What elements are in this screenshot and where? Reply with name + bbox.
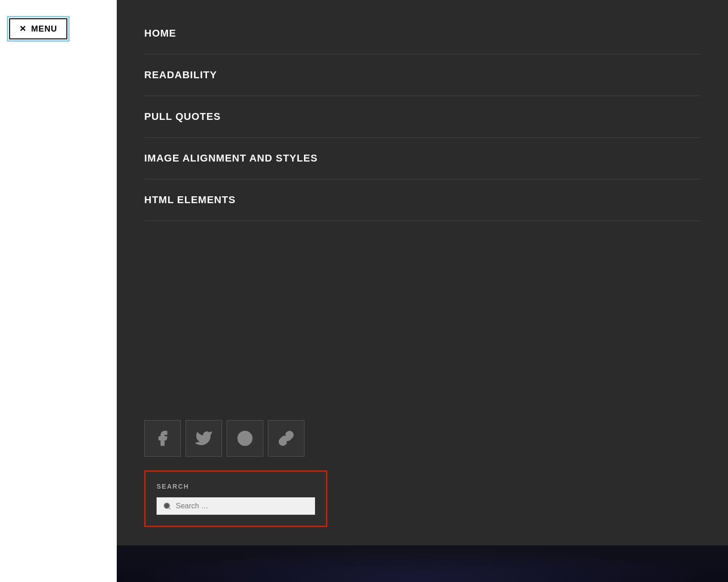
nav-item[interactable]: HOME	[144, 18, 701, 54]
svg-line-2	[168, 507, 170, 509]
nav-item[interactable]: HTML ELEMENTS	[144, 179, 701, 221]
facebook-icon-box[interactable]	[144, 420, 181, 457]
nav-link[interactable]: READABILITY	[144, 69, 217, 81]
search-input-wrapper	[157, 497, 315, 515]
bottom-image	[117, 545, 728, 582]
search-input[interactable]	[176, 502, 309, 510]
nav-item[interactable]: READABILITY	[144, 54, 701, 96]
search-widget-title: SEARCH	[157, 483, 315, 490]
twitter-icon	[196, 430, 212, 447]
nav-link[interactable]: PULL QUOTES	[144, 111, 221, 122]
menu-label: MENU	[31, 24, 57, 34]
nav-link[interactable]: IMAGE ALIGNMENT AND STYLES	[144, 152, 318, 164]
sidebar: ✕ MENU	[0, 0, 117, 582]
dribbble-icon-box[interactable]: svg { fill: none; stroke: #888888; strok…	[227, 420, 263, 457]
link-icon-box[interactable]	[268, 420, 304, 457]
facebook-icon	[154, 430, 171, 447]
nav-link[interactable]: HOME	[144, 27, 176, 39]
search-icon	[163, 502, 171, 510]
link-icon	[278, 430, 294, 447]
dribbble-icon: svg { fill: none; stroke: #888888; strok…	[237, 430, 253, 447]
twitter-icon-box[interactable]	[185, 420, 222, 457]
nav-item[interactable]: PULL QUOTES	[144, 96, 701, 138]
nav-area: HOMEREADABILITYPULL QUOTESIMAGE ALIGNMEN…	[117, 0, 728, 402]
menu-button[interactable]: ✕ MENU	[9, 18, 67, 39]
search-widget: SEARCH	[144, 470, 327, 527]
main-content: HOMEREADABILITYPULL QUOTESIMAGE ALIGNMEN…	[117, 0, 728, 582]
nav-link[interactable]: HTML ELEMENTS	[144, 194, 236, 205]
close-icon: ✕	[19, 24, 27, 34]
social-icons-area: svg { fill: none; stroke: #888888; strok…	[117, 402, 728, 466]
nav-item[interactable]: IMAGE ALIGNMENT AND STYLES	[144, 138, 701, 179]
